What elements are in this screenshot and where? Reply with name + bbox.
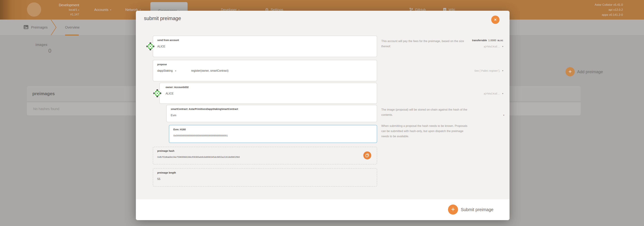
preimage-length-field <box>153 168 377 186</box>
evm-h160-input[interactable] <box>169 125 377 143</box>
images-icon <box>24 25 28 30</box>
account-identicon <box>146 42 154 51</box>
apps-version: apps v0.141.2-0 <box>595 12 623 17</box>
propose-field <box>153 60 377 81</box>
images-summary-card: images 0 <box>36 43 51 54</box>
evm-label: Evm: H160 <box>173 128 186 131</box>
chain-logo[interactable] <box>27 3 41 17</box>
plus-icon <box>448 204 458 214</box>
copy-hash-button[interactable] <box>363 151 371 159</box>
owner-address-dropdown[interactable]: ajYMsCKsE… <box>484 92 503 95</box>
balance-value: 1.0000 <box>488 39 496 42</box>
method-doc-dropdown[interactable]: See [`Pallet::register`]. <box>474 69 503 72</box>
chevron-down-icon <box>78 9 79 11</box>
smart-contract-select[interactable]: Evm <box>171 114 176 117</box>
balance-label: transferrable <box>472 39 487 42</box>
owner-identicon <box>153 89 162 97</box>
chevron-down-icon <box>140 9 141 11</box>
node-version: Astar Collator v5.41.0 <box>595 2 623 7</box>
send-from-account-value: ALICE <box>157 45 165 48</box>
preimage-hash-field <box>153 147 377 164</box>
network-info[interactable]: Development local/1 #1,147 <box>40 3 79 17</box>
chevron-down-icon <box>503 114 504 116</box>
chevron-down-icon <box>238 9 240 11</box>
owner-account-field[interactable] <box>159 83 377 104</box>
table-empty-label: No hashes found <box>33 107 59 111</box>
smart-contract-field[interactable] <box>166 105 377 122</box>
account-balance: transferrable 1.0000 BLOC <box>472 39 503 42</box>
help-account-fees: This account will pay the fees for the p… <box>381 38 468 49</box>
evm-value[interactable]: 0x00000000000000000000000000000000000000… <box>173 134 228 137</box>
submit-preimage-button[interactable]: Submit preimage <box>448 204 494 214</box>
breadcrumb-section-label: Preimages <box>31 26 48 30</box>
account-address-dropdown[interactable]: ajYMsCKsE… <box>484 45 503 48</box>
best-block-number: #1,147 <box>40 12 79 17</box>
preimage-length-value: 55 <box>157 177 160 181</box>
modal-close-button[interactable] <box>491 16 500 24</box>
tab-overview[interactable]: Overview <box>64 20 80 35</box>
network-name: Development <box>40 3 79 8</box>
balance-unit: BLOC <box>498 40 503 42</box>
chevron-down-icon <box>175 70 176 72</box>
close-icon <box>494 18 497 22</box>
network-endpoint[interactable]: local/1 <box>40 8 79 12</box>
nav-accounts[interactable]: Accounts <box>94 0 111 20</box>
send-from-account-field[interactable] <box>153 36 377 57</box>
send-from-account-label: send from account <box>157 39 179 42</box>
chevron-down-icon <box>502 69 503 72</box>
api-version: api v12.0.2 <box>595 7 623 12</box>
preimage-hash-label: preimage hash <box>157 149 174 152</box>
modal-title: submit preimage <box>144 16 181 21</box>
plus-icon <box>566 67 575 76</box>
help-hash-known: When submitting a proposal the hash need… <box>381 123 468 139</box>
owner-value: ALICE <box>166 92 174 95</box>
submit-preimage-modal: submit preimage send from account ALICE … <box>136 11 510 220</box>
propose-label: propose <box>157 63 167 66</box>
chevron-down-icon <box>502 92 503 95</box>
chevron-down-icon <box>110 9 111 11</box>
breadcrumb-separator-chevron <box>50 20 57 35</box>
table-header-label: preimages <box>32 91 55 96</box>
preimage-length-label: preimage length <box>157 171 176 174</box>
smart-contract-caret[interactable] <box>503 114 504 116</box>
add-preimage-button[interactable]: Add preimage <box>566 67 603 76</box>
owner-label: owner: AccountId32 <box>166 86 188 89</box>
copy-icon <box>366 153 369 157</box>
smart-contract-label: smartContract: AstarPrimitivesDappStakin… <box>171 108 238 110</box>
active-tab-underline <box>65 35 79 36</box>
preimage-hash-value: 0xfb7f2d6ab9c04e75969988166cf09365eb9c8d… <box>157 156 240 158</box>
help-image-stored: The image (proposal) will be stored on-c… <box>381 107 468 117</box>
method-select[interactable]: register(owner, smartContract) <box>191 69 228 72</box>
images-summary-label: images <box>36 43 51 47</box>
chevron-down-icon <box>502 45 503 48</box>
modal-footer: Submit preimage <box>136 199 510 220</box>
pallet-select[interactable]: dappStaking <box>157 69 176 72</box>
images-summary-value: 0 <box>36 48 51 54</box>
breadcrumb: Preimages <box>24 20 48 35</box>
version-info: Astar Collator v5.41.0 api v12.0.2 apps … <box>595 2 623 17</box>
